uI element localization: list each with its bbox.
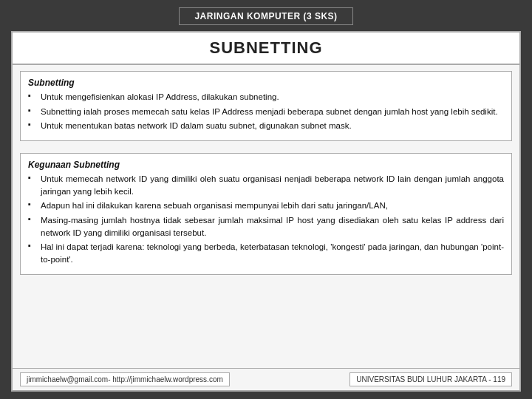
section1-box: Subnetting ▪ Untuk mengefisienkan alokas… [20, 71, 512, 141]
footer-left: jimmichaelw@gmail.com- http://jimmichael… [20, 372, 230, 386]
section1-bullet-3: ▪ Untuk menentukan batas network ID dala… [28, 120, 504, 132]
bullet-text: Untuk memecah network ID yang dimiliki o… [41, 173, 504, 197]
section1-title: Subnetting [28, 78, 504, 88]
section2-bullet-4: ▪ Hal ini dapat terjadi karena: teknolog… [28, 241, 504, 265]
subtitle-bar: SUBNETTING [13, 33, 519, 65]
section2-bullet-3: ▪ Masing-masing jumlah hostnya tidak seb… [28, 214, 504, 239]
section2-title: Kegunaan Subnetting [28, 160, 504, 170]
bullet-symbol: ▪ [28, 241, 38, 250]
bullet-text: Untuk mengefisienkan alokasi IP Address,… [41, 91, 504, 103]
bullet-text: Hal ini dapat terjadi karena: teknologi … [41, 241, 504, 265]
section2-bullet-1: ▪ Untuk memecah network ID yang dimiliki… [28, 173, 504, 197]
footer-bar: jimmichaelw@gmail.com- http://jimmichael… [13, 368, 519, 390]
bullet-text: Masing-masing jumlah hostnya tidak sebes… [41, 214, 504, 239]
bullet-symbol: ▪ [28, 173, 38, 182]
bullet-text: Adapun hal ini dilakukan karena sebuah o… [41, 200, 504, 212]
bullet-symbol: ▪ [28, 214, 38, 223]
bullet-text: Subnetting ialah proses memecah satu kel… [41, 106, 504, 118]
footer-right: UNIVERSITAS BUDI LUHUR JAKARTA - 119 [349, 372, 512, 386]
bullet-text: Untuk menentukan batas network ID dalam … [41, 120, 504, 132]
bullet-symbol: ▪ [28, 106, 38, 115]
main-container: SUBNETTING Subnetting ▪ Untuk mengefisie… [11, 31, 521, 392]
section2-bullet-2: ▪ Adapun hal ini dilakukan karena sebuah… [28, 200, 504, 212]
bullet-symbol: ▪ [28, 200, 38, 208]
top-title: JARINGAN KOMPUTER (3 SKS) [179, 7, 352, 25]
subtitle-text: SUBNETTING [210, 38, 323, 57]
bullet-symbol: ▪ [28, 120, 38, 129]
section2-box: Kegunaan Subnetting ▪ Untuk memecah netw… [20, 153, 512, 275]
section1-bullet-1: ▪ Untuk mengefisienkan alokasi IP Addres… [28, 91, 504, 103]
bullet-symbol: ▪ [28, 91, 38, 100]
content-area: Subnetting ▪ Untuk mengefisienkan alokas… [13, 65, 519, 368]
section1-bullet-2: ▪ Subnetting ialah proses memecah satu k… [28, 106, 504, 118]
